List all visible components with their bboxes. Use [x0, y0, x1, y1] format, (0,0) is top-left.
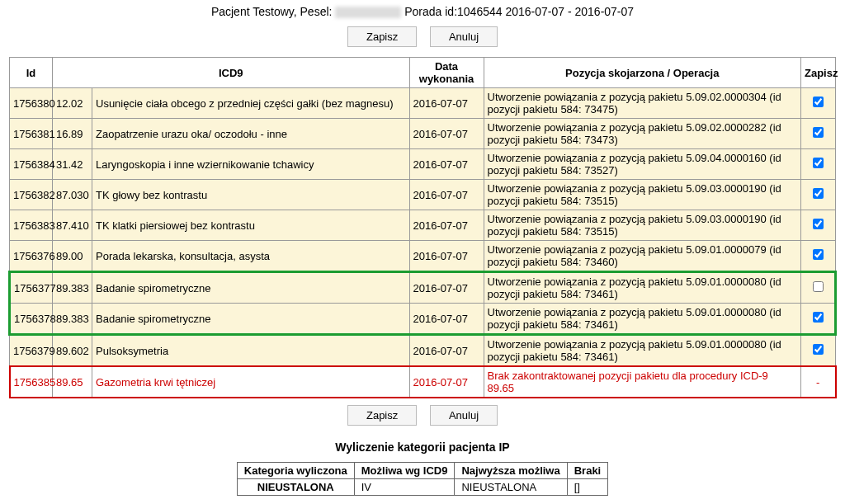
cell-save: [801, 210, 836, 241]
cell-date: 2016-07-07: [409, 366, 484, 398]
table-row: 175638589.65Gazometria krwi tętniczej201…: [10, 366, 836, 398]
cell-id: 1756377: [10, 272, 53, 304]
sum-cat: NIEUSTALONA: [237, 479, 354, 496]
cell-id: 1756383: [10, 210, 53, 241]
save-checkbox[interactable]: [813, 127, 824, 138]
cell-icd9-desc: Laryngoskopia i inne wziernikowanie tcha…: [92, 149, 410, 180]
cell-icd9-code: 89.383: [53, 272, 92, 304]
save-checkbox[interactable]: [813, 97, 824, 107]
table-row: 175638012.02Usunięcie ciała obcego z prz…: [10, 88, 836, 119]
cell-id: 1756376: [10, 241, 53, 272]
bottom-button-row: Zapisz Anuluj: [8, 405, 837, 426]
cell-operation: Utworzenie powiązania z pozycją pakietu …: [484, 180, 801, 210]
save-checkbox[interactable]: [813, 249, 824, 260]
save-checkbox[interactable]: [813, 219, 824, 229]
table-row: 175637689.00Porada lekarska, konsultacja…: [10, 241, 836, 272]
sum-possible: IV: [354, 479, 455, 496]
page-header: Pacjent Testowy, Pesel: Porada id:104654…: [8, 5, 837, 18]
cell-save: [801, 304, 836, 335]
cell-icd9-desc: Badanie spirometryczne: [92, 272, 410, 304]
cell-id: 1756384: [10, 149, 53, 180]
cell-id: 1756380: [10, 88, 53, 119]
th-icd9: ICD9: [53, 58, 410, 88]
summary-header-row: Kategoria wyliczona Możliwa wg ICD9 Najw…: [237, 463, 607, 479]
cell-id: 1756381: [10, 119, 53, 149]
cell-icd9-desc: Pulsoksymetria: [92, 335, 410, 367]
save-checkbox[interactable]: [813, 158, 824, 168]
table-row: 175637989.602Pulsoksymetria2016-07-07Utw…: [10, 335, 836, 367]
cell-save: [801, 119, 836, 149]
cell-save: -: [801, 366, 836, 398]
cancel-button[interactable]: Anuluj: [430, 405, 498, 426]
cell-icd9-desc: Porada lekarska, konsultacja, asysta: [92, 241, 410, 272]
cell-operation: Utworzenie powiązania z pozycją pakietu …: [484, 149, 801, 180]
cell-icd9-desc: Gazometria krwi tętniczej: [92, 366, 410, 398]
header-prefix: Pacjent Testowy, Pesel:: [211, 5, 333, 18]
cell-id: 1756379: [10, 335, 53, 367]
cell-operation: Utworzenie powiązania z pozycją pakietu …: [484, 88, 801, 119]
save-checkbox[interactable]: [813, 312, 824, 323]
cell-operation: Utworzenie powiązania z pozycją pakietu …: [484, 241, 801, 272]
save-button[interactable]: Zapisz: [347, 405, 417, 426]
cell-operation: Utworzenie powiązania z pozycją pakietu …: [484, 335, 801, 367]
cell-icd9-desc: TK klatki piersiowej bez kontrastu: [92, 210, 410, 241]
th-cat: Kategoria wyliczona: [237, 463, 354, 479]
cell-save: [801, 241, 836, 272]
cell-operation: Utworzenie powiązania z pozycją pakietu …: [484, 119, 801, 149]
sum-highest: NIEUSTALONA: [455, 479, 567, 496]
cell-save: [801, 149, 836, 180]
pesel-redacted: [335, 7, 401, 18]
cell-date: 2016-07-07: [409, 241, 484, 272]
table-row: 175638431.42Laryngoskopia i inne wzierni…: [10, 149, 836, 180]
cell-date: 2016-07-07: [409, 88, 484, 119]
top-button-row: Zapisz Anuluj: [8, 26, 837, 47]
th-save: Zapisz: [801, 58, 836, 88]
save-checkbox[interactable]: [813, 188, 824, 199]
cell-icd9-code: 87.410: [53, 210, 92, 241]
cell-icd9-desc: TK głowy bez kontrastu: [92, 180, 410, 210]
table-row: 175638287.030TK głowy bez kontrastu2016-…: [10, 180, 836, 210]
th-date: Data wykonania: [409, 58, 484, 88]
cell-date: 2016-07-07: [409, 304, 484, 335]
summary-row: NIEUSTALONA IV NIEUSTALONA []: [237, 479, 607, 496]
cell-date: 2016-07-07: [409, 272, 484, 304]
cell-icd9-code: 89.00: [53, 241, 92, 272]
cell-date: 2016-07-07: [409, 119, 484, 149]
cell-operation: Brak zakontraktowanej pozycji pakietu dl…: [484, 366, 801, 398]
cell-date: 2016-07-07: [409, 335, 484, 367]
sum-missing: []: [567, 479, 608, 496]
cell-save: [801, 180, 836, 210]
cell-save: [801, 335, 836, 367]
summary-table: Kategoria wyliczona Możliwa wg ICD9 Najw…: [237, 462, 608, 496]
procedures-table: Id ICD9 Data wykonania Pozycja skojarzon…: [8, 57, 837, 398]
cell-icd9-code: 89.602: [53, 335, 92, 367]
cell-icd9-desc: Badanie spirometryczne: [92, 304, 410, 335]
cell-icd9-code: 31.42: [53, 149, 92, 180]
cell-id: 1756382: [10, 180, 53, 210]
table-header-row: Id ICD9 Data wykonania Pozycja skojarzon…: [10, 58, 836, 88]
cell-icd9-code: 89.383: [53, 304, 92, 335]
cancel-button[interactable]: Anuluj: [430, 26, 498, 47]
cell-save: [801, 88, 836, 119]
th-op: Pozycja skojarzona / Operacja: [484, 58, 801, 88]
cell-id: 1756378: [10, 304, 53, 335]
cell-id: 1756385: [10, 366, 53, 398]
cell-icd9-desc: Usunięcie ciała obcego z przedniej częśc…: [92, 88, 410, 119]
cell-operation: Utworzenie powiązania z pozycją pakietu …: [484, 210, 801, 241]
th-id: Id: [10, 58, 53, 88]
cell-date: 2016-07-07: [409, 149, 484, 180]
save-checkbox[interactable]: [813, 344, 824, 355]
save-checkbox[interactable]: [813, 281, 824, 292]
cell-icd9-code: 89.65: [53, 366, 92, 398]
cell-date: 2016-07-07: [409, 180, 484, 210]
th-highest: Najwyższa możliwa: [455, 463, 567, 479]
table-row: 175637789.383Badanie spirometryczne2016-…: [10, 272, 836, 304]
table-row: 175638116.89Zaopatrzenie urazu oka/ oczo…: [10, 119, 836, 149]
cell-icd9-code: 87.030: [53, 180, 92, 210]
th-possible: Możliwa wg ICD9: [354, 463, 455, 479]
save-button[interactable]: Zapisz: [347, 26, 417, 47]
table-row: 175637889.383Badanie spirometryczne2016-…: [10, 304, 836, 335]
cell-date: 2016-07-07: [409, 210, 484, 241]
cell-operation: Utworzenie powiązania z pozycją pakietu …: [484, 272, 801, 304]
cell-save: [801, 272, 836, 304]
